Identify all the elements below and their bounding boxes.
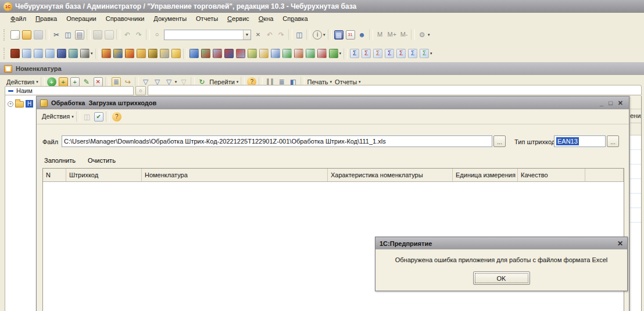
ok-button[interactable]: OK bbox=[473, 271, 530, 285]
dialog-actions-button[interactable]: Действия ▾ bbox=[41, 111, 74, 122]
report-purchases-icon[interactable]: Σ bbox=[361, 48, 371, 59]
column-unit[interactable]: Единица измерения bbox=[453, 169, 518, 181]
window-titlebar[interactable]: 1С Чебурухнутая база / Администратор / "… bbox=[0, 0, 644, 13]
combo-dropdown-icon[interactable]: ▼ bbox=[243, 30, 251, 40]
fill-button[interactable]: Заполнить bbox=[44, 157, 76, 164]
goods-return-icon[interactable] bbox=[235, 48, 246, 59]
maximize-icon[interactable]: □ bbox=[609, 100, 613, 106]
restore-settings-icon[interactable]: ✔ bbox=[94, 111, 104, 122]
menu-service[interactable]: Сервис bbox=[223, 14, 254, 23]
column-characteristic[interactable]: Характеристика номенклатуры bbox=[328, 169, 453, 181]
column-n[interactable]: N bbox=[43, 169, 66, 181]
cut-icon[interactable]: ✂ bbox=[51, 29, 62, 40]
coins-exchange-icon[interactable] bbox=[247, 48, 257, 59]
report-orders-icon[interactable]: Σ bbox=[384, 48, 395, 59]
menu-windows[interactable]: Окна bbox=[254, 14, 278, 23]
info-icon[interactable]: i ▾ bbox=[312, 29, 326, 40]
copy-window-icon[interactable]: ◫ bbox=[294, 29, 305, 40]
tree-column-header[interactable]: Наим bbox=[5, 86, 134, 95]
invoice-coins-icon[interactable] bbox=[259, 48, 269, 59]
clear-search-icon[interactable]: ✕ bbox=[253, 29, 263, 40]
column-filler[interactable] bbox=[585, 169, 624, 181]
open-document-icon[interactable] bbox=[22, 29, 32, 40]
invoice-client-icon[interactable] bbox=[317, 48, 327, 59]
m-plus-icon[interactable]: M+ bbox=[387, 29, 398, 40]
undo-icon[interactable]: ↶ bbox=[122, 29, 133, 40]
signature-icon[interactable]: ▾ bbox=[80, 48, 94, 59]
search-next-icon[interactable]: ↷ bbox=[276, 29, 287, 40]
print-document-icon[interactable] bbox=[22, 48, 32, 59]
invoice-check-icon[interactable] bbox=[282, 48, 292, 59]
file-browse-button[interactable]: ... bbox=[493, 135, 506, 147]
menu-operations[interactable]: Операции bbox=[62, 14, 101, 23]
minimize-icon[interactable]: _ bbox=[600, 100, 603, 106]
report-debts-icon[interactable]: Σ bbox=[396, 48, 406, 59]
barcode-type-field[interactable]: EAN13 bbox=[554, 135, 606, 147]
report-summary-icon[interactable]: Σ ▾ bbox=[419, 48, 433, 59]
menu-references[interactable]: Справочники bbox=[101, 14, 149, 23]
print-labels-icon[interactable] bbox=[33, 48, 44, 59]
bank-icon[interactable] bbox=[148, 48, 158, 59]
search-prev-icon[interactable]: ↶ bbox=[264, 29, 275, 40]
redo-icon[interactable]: ↷ bbox=[134, 29, 144, 40]
cashier-workplace-icon[interactable] bbox=[101, 48, 112, 59]
copy-icon[interactable]: ◫ bbox=[63, 29, 73, 40]
report-clients-icon[interactable]: Σ bbox=[373, 48, 383, 59]
toolbar-grip[interactable] bbox=[3, 48, 6, 59]
dialog-help-icon[interactable]: ? bbox=[112, 111, 122, 122]
invoice-percent-icon[interactable] bbox=[305, 48, 316, 59]
menu-reports[interactable]: Отчеты bbox=[191, 14, 223, 23]
quick-search-input[interactable] bbox=[164, 31, 243, 38]
close-icon[interactable]: ✕ bbox=[617, 239, 623, 248]
m-recall-icon[interactable]: M bbox=[375, 29, 385, 40]
save-settings-icon[interactable]: ◫ bbox=[82, 111, 92, 122]
m-minus-icon[interactable]: M- bbox=[399, 29, 409, 40]
toolbar-grip[interactable] bbox=[3, 29, 6, 41]
search-icon[interactable]: ○ bbox=[152, 29, 162, 40]
menu-help[interactable]: Справка bbox=[278, 14, 312, 23]
supplier-order-icon[interactable] bbox=[212, 48, 223, 59]
tree-item[interactable]: + Н bbox=[5, 95, 36, 108]
calendar-icon[interactable]: 31 bbox=[345, 29, 356, 40]
counterparties-icon[interactable] bbox=[56, 48, 67, 59]
cash-out-icon[interactable] bbox=[124, 48, 135, 59]
paste-icon[interactable]: ▤ bbox=[74, 29, 85, 40]
calculator-icon[interactable]: ▦ bbox=[334, 29, 344, 40]
report-sales-icon[interactable]: Σ bbox=[349, 48, 360, 59]
nomenclature-window-titlebar[interactable]: ▦ Номенклатура bbox=[0, 62, 644, 75]
report-stock-icon[interactable]: Σ bbox=[407, 48, 418, 59]
expand-icon[interactable]: + bbox=[8, 101, 13, 107]
close-icon[interactable]: ✕ bbox=[618, 100, 623, 106]
invoice-copy-icon[interactable] bbox=[270, 48, 281, 59]
payment-order-icon[interactable] bbox=[159, 48, 170, 59]
message-box-titlebar[interactable]: 1С:Предприятие ✕ bbox=[375, 237, 627, 249]
menu-file[interactable]: Файл bbox=[6, 14, 31, 23]
menu-documents[interactable]: Документы bbox=[149, 14, 191, 23]
payments-person-icon[interactable] bbox=[136, 48, 146, 59]
barcode-type-browse-button[interactable]: ... bbox=[607, 135, 619, 147]
save-document-icon[interactable] bbox=[33, 29, 44, 40]
menu-edit[interactable]: Правка bbox=[31, 14, 62, 23]
user-permissions-icon[interactable]: ☻ bbox=[357, 29, 367, 40]
goods-receipt-icon[interactable] bbox=[201, 48, 211, 59]
settings-wrench-icon[interactable]: ⚙ ▾ bbox=[417, 29, 431, 40]
pos-terminal-icon[interactable]: ▾ bbox=[328, 48, 342, 59]
coins-icon[interactable] bbox=[171, 48, 181, 59]
column-barcode[interactable]: Штрихкод bbox=[66, 169, 142, 181]
file-path-field[interactable]: C:\Users\Manager\Downloads\Обработка Штр… bbox=[62, 135, 492, 147]
print-price-tags-icon[interactable] bbox=[45, 48, 55, 59]
cash-in-icon[interactable] bbox=[113, 48, 123, 59]
print-icon[interactable] bbox=[92, 29, 103, 40]
column-quality[interactable]: Качество bbox=[518, 169, 585, 181]
reports-cabinet-icon[interactable] bbox=[10, 48, 20, 59]
cash-table-icon[interactable] bbox=[68, 48, 78, 59]
new-document-icon[interactable] bbox=[10, 29, 20, 40]
print-preview-icon[interactable] bbox=[104, 29, 115, 40]
clear-button[interactable]: Очистить bbox=[88, 157, 116, 164]
dialog-titlebar[interactable]: Обработка Загрузка штрихкодов _ □ ✕ bbox=[37, 96, 629, 109]
tree-search-button[interactable]: ○ bbox=[135, 86, 146, 95]
invoice-person-icon[interactable] bbox=[294, 48, 304, 59]
column-nomenclature[interactable]: Номенклатура bbox=[142, 169, 328, 181]
goods-issue-icon[interactable] bbox=[224, 48, 234, 59]
nomenclature-tree-panel[interactable]: + Н bbox=[5, 95, 36, 311]
